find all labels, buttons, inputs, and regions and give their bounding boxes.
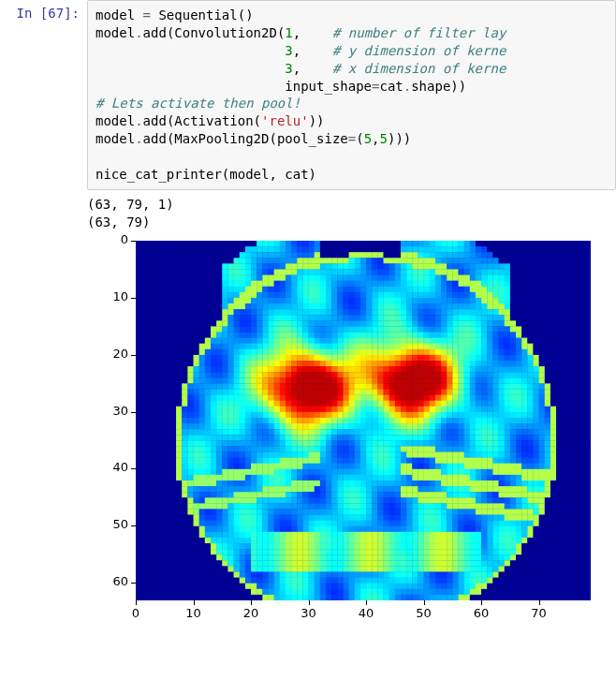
svg-rect-4253 xyxy=(516,543,521,549)
svg-rect-46 xyxy=(401,241,406,246)
svg-rect-1143 xyxy=(349,320,355,326)
svg-rect-65 xyxy=(510,241,516,246)
svg-rect-813 xyxy=(268,298,273,303)
svg-rect-1138 xyxy=(320,320,326,326)
svg-rect-3144 xyxy=(499,463,505,468)
svg-rect-2206 xyxy=(556,394,562,400)
svg-rect-3892 xyxy=(257,520,262,525)
svg-rect-653 xyxy=(257,286,262,291)
svg-rect-3660 xyxy=(286,503,291,509)
code-editor[interactable]: model = Sequential() model.add(Convoluti… xyxy=(87,0,616,190)
svg-rect-1385 xyxy=(377,337,383,343)
svg-rect-4950 xyxy=(435,595,441,600)
svg-rect-893 xyxy=(274,303,280,309)
svg-rect-4600 xyxy=(240,571,245,577)
svg-rect-4076 xyxy=(406,532,412,538)
svg-rect-4178 xyxy=(539,538,545,543)
svg-rect-4924 xyxy=(286,595,291,600)
svg-rect-348 xyxy=(320,263,326,269)
svg-rect-4096 xyxy=(521,532,527,538)
svg-rect-396 xyxy=(141,269,147,274)
svg-rect-3991 xyxy=(372,525,377,531)
svg-rect-913 xyxy=(389,303,395,309)
svg-rect-549 xyxy=(567,274,573,280)
svg-rect-3898 xyxy=(291,520,297,525)
svg-rect-3379 xyxy=(487,480,492,486)
svg-rect-979 xyxy=(315,309,320,315)
svg-rect-1862 xyxy=(395,372,401,377)
svg-rect-2762 xyxy=(574,435,579,440)
svg-rect-1498 xyxy=(574,343,579,348)
svg-rect-3785 xyxy=(550,509,556,514)
svg-rect-773 xyxy=(492,292,498,298)
svg-rect-3022 xyxy=(251,457,257,463)
svg-rect-4963 xyxy=(510,595,516,600)
svg-rect-3658 xyxy=(274,503,280,509)
svg-rect-4722 xyxy=(487,577,492,583)
svg-rect-3922 xyxy=(430,520,435,525)
svg-rect-1618 xyxy=(355,355,360,361)
svg-rect-1103 xyxy=(574,315,579,320)
svg-rect-4951 xyxy=(441,595,447,600)
code-token: , xyxy=(293,43,332,58)
svg-rect-3312 xyxy=(556,475,562,480)
svg-rect-4654 xyxy=(550,571,556,577)
svg-rect-4721 xyxy=(481,577,487,583)
svg-rect-2321 xyxy=(309,406,315,411)
svg-rect-2627 xyxy=(251,429,257,435)
svg-rect-2936 xyxy=(211,451,216,457)
svg-rect-496 xyxy=(262,274,268,280)
svg-rect-1976 xyxy=(141,383,147,389)
svg-rect-2237 xyxy=(280,400,286,406)
svg-rect-315 xyxy=(585,258,591,263)
svg-rect-1566 xyxy=(510,348,516,354)
svg-rect-3493 xyxy=(234,492,240,497)
svg-rect-4621 xyxy=(360,571,366,577)
svg-rect-736 xyxy=(280,292,286,298)
svg-rect-1821 xyxy=(159,372,165,377)
svg-rect-3378 xyxy=(481,480,487,486)
svg-rect-1080 xyxy=(441,315,447,320)
svg-rect-1959 xyxy=(499,377,505,383)
svg-rect-128 xyxy=(418,246,423,252)
svg-rect-533 xyxy=(476,274,481,280)
svg-rect-521 xyxy=(406,274,412,280)
svg-rect-3949 xyxy=(585,520,591,525)
svg-rect-2424 xyxy=(447,412,452,418)
svg-rect-1190 xyxy=(165,326,170,332)
svg-rect-2309 xyxy=(240,406,245,411)
svg-rect-4931 xyxy=(326,595,331,600)
svg-rect-2020 xyxy=(395,383,401,389)
svg-rect-1240 xyxy=(452,326,458,332)
svg-rect-1911 xyxy=(222,377,227,383)
svg-rect-4844 xyxy=(280,588,286,594)
svg-rect-2629 xyxy=(262,429,268,435)
svg-rect-446 xyxy=(430,269,435,274)
svg-rect-3276 xyxy=(349,475,355,480)
svg-rect-4651 xyxy=(533,571,538,577)
svg-rect-930 xyxy=(487,303,492,309)
svg-rect-299 xyxy=(492,258,498,263)
svg-rect-825 xyxy=(337,298,343,303)
svg-rect-226 xyxy=(527,252,533,258)
svg-rect-2644 xyxy=(349,429,355,435)
svg-rect-4904 xyxy=(170,595,176,600)
svg-rect-1677 xyxy=(240,361,245,366)
svg-rect-3040 xyxy=(355,457,360,463)
svg-rect-2626 xyxy=(245,429,251,435)
svg-rect-1704 xyxy=(395,361,401,366)
svg-rect-4304 xyxy=(355,549,360,554)
svg-rect-510 xyxy=(343,274,348,280)
svg-rect-2692 xyxy=(170,435,176,440)
svg-rect-3968 xyxy=(240,525,245,531)
svg-rect-4071 xyxy=(377,532,383,538)
svg-rect-4020 xyxy=(539,525,545,531)
svg-rect-1399 xyxy=(459,337,464,343)
svg-rect-1544 xyxy=(384,348,389,354)
svg-rect-1326 xyxy=(492,332,498,337)
svg-rect-3797 xyxy=(165,514,170,520)
svg-rect-3857 xyxy=(510,514,516,520)
svg-rect-3254 xyxy=(222,475,227,480)
svg-rect-2546 xyxy=(240,423,245,429)
svg-rect-3015 xyxy=(211,457,216,463)
